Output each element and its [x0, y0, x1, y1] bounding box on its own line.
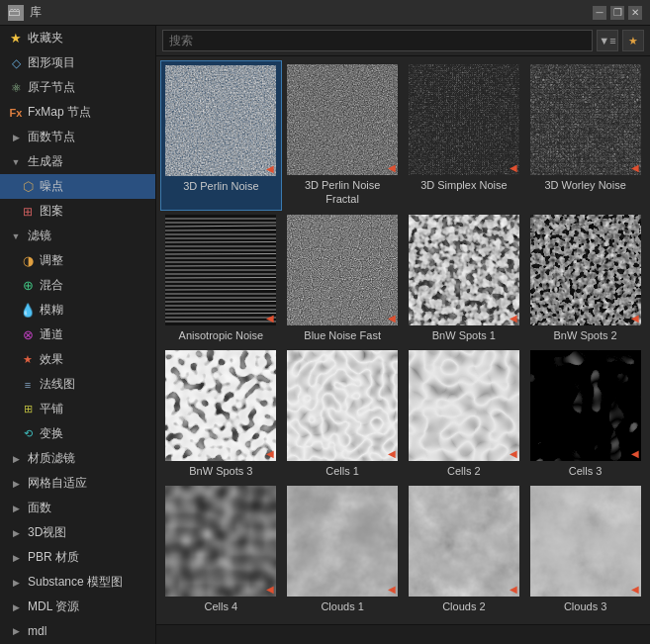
grid-item-bnw-spots-1[interactable]: ◀ BnW Spots 1 — [404, 211, 525, 346]
sidebar-label-filters: 滤镜 — [28, 228, 51, 244]
svg-rect-2 — [287, 64, 398, 175]
sidebar-item-fractal-nodes[interactable]: ▶ 面数节点 — [0, 125, 155, 149]
sidebar-item-effect[interactable]: ★ 效果 — [0, 347, 155, 372]
grid-item-cells-1[interactable]: ◀ Cells 1 — [282, 346, 404, 482]
sidebar-item-pattern[interactable]: ⊞ 图案 — [0, 199, 155, 224]
share-corner-icon-5: ◀ — [266, 313, 274, 323]
sidebar-item-mdl-resource[interactable]: ▶ MDL 资源 — [0, 595, 155, 619]
grid-item-bnw-spots-2[interactable]: ◀ BnW Spots 2 — [524, 211, 646, 346]
sidebar-item-adjust[interactable]: ◑ 调整 — [0, 248, 155, 273]
sidebar-item-mdl[interactable]: ▶ mdl — [0, 619, 155, 643]
close-button[interactable]: ✕ — [628, 6, 642, 20]
effect-icon: ★ — [20, 352, 36, 368]
grid-item-cells-2[interactable]: ◀ Cells 2 — [404, 346, 525, 482]
sidebar-label-generators: 生成器 — [28, 153, 63, 170]
sidebar-item-mesh-adaptive[interactable]: ▶ 网格自适应 — [0, 471, 155, 496]
svg-line-21 — [165, 277, 276, 278]
grid-item-blue-noise-fast[interactable]: ◀ Blue Noise Fast — [282, 211, 404, 346]
grid-item-clouds-2[interactable]: ◀ Clouds 2 — [404, 482, 525, 617]
chevron-right-pbr-icon: ▶ — [8, 550, 24, 566]
sidebar-item-transform[interactable]: ⟲ 变换 — [0, 421, 155, 446]
sidebar-label-fractal-nodes: 面数节点 — [28, 129, 75, 145]
share-corner-icon-2: ◀ — [388, 162, 396, 173]
thumb-cells-4: ◀ — [165, 486, 276, 597]
grid-item-3d-perlin-noise[interactable]: ◀ 3D Perlin Noise — [160, 60, 282, 211]
title-text: 库 — [30, 4, 42, 21]
grid-item-anisotropic-noise[interactable]: ◀ Anisotropic Noise — [160, 211, 282, 346]
filter-button[interactable]: ▼≡ — [597, 30, 618, 51]
sidebar-item-filters[interactable]: ▼ 滤镜 — [0, 224, 155, 248]
sidebar-item-graphic-nodes[interactable]: ◇ 图形项目 — [0, 50, 155, 75]
label-anisotropic-noise: Anisotropic Noise — [179, 328, 264, 342]
grid-item-clouds-1[interactable]: ◀ Clouds 1 — [282, 482, 404, 617]
sidebar-label-favorites: 收藏夹 — [28, 30, 63, 46]
atom-icon: ⚛ — [8, 80, 24, 96]
star-filter-button[interactable]: ★ — [622, 30, 644, 51]
chevron-right-material-icon: ▶ — [8, 451, 24, 467]
sidebar-item-atomic-nodes[interactable]: ⚛ 原子节点 — [0, 75, 155, 100]
share-corner-icon-15: ◀ — [510, 584, 517, 595]
sidebar-label-substance-model: Substance 模型图 — [28, 574, 123, 591]
label-clouds-1: Clouds 1 — [321, 599, 363, 613]
thumb-anisotropic-noise: ◀ — [165, 215, 276, 325]
app-icon: 🗃 — [8, 5, 24, 21]
sidebar-item-generators[interactable]: ▼ 生成器 — [0, 149, 155, 174]
sidebar: ★ 收藏夹 ◇ 图形项目 ⚛ 原子节点 Fx FxMap 节点 ▶ 面数节点 ▼… — [0, 26, 156, 644]
thumb-cells-3: ◀ — [530, 350, 641, 461]
sidebar-label-fxmap-nodes: FxMap 节点 — [28, 104, 91, 121]
svg-line-27 — [165, 301, 276, 302]
sidebar-item-wires[interactable]: ≡ 法线图 — [0, 372, 155, 397]
thumb-3d-perlin-noise: ◀ — [165, 65, 276, 176]
thumb-clouds-1: ◀ — [287, 486, 398, 597]
share-corner-icon-7: ◀ — [510, 313, 517, 323]
sidebar-item-noise[interactable]: ⬡ 噪点 — [0, 174, 155, 199]
grid-item-3d-simplex-noise[interactable]: ◀ 3D Simplex Noise — [404, 60, 525, 211]
share-corner-icon-12: ◀ — [631, 448, 639, 459]
svg-line-24 — [165, 289, 276, 290]
label-blue-noise-fast: Blue Noise Fast — [304, 328, 381, 342]
svg-rect-48 — [287, 486, 398, 597]
thumb-clouds-3: ◀ — [530, 486, 641, 597]
sidebar-item-favorites[interactable]: ★ 收藏夹 — [0, 26, 155, 50]
share-corner-icon-10: ◀ — [388, 448, 396, 459]
svg-line-9 — [165, 230, 276, 230]
search-input[interactable] — [162, 30, 593, 51]
restore-button[interactable]: ❐ — [610, 6, 624, 20]
sidebar-item-math[interactable]: ▶ 面数 — [0, 496, 155, 520]
sidebar-item-3d-view[interactable]: ▶ 3D视图 — [0, 520, 155, 545]
sidebar-item-material-filter[interactable]: ▶ 材质滤镜 — [0, 446, 155, 471]
channel-icon: ⊗ — [20, 327, 36, 343]
filter-icon: ▼≡ — [599, 35, 615, 46]
sidebar-label-adjust: 调整 — [40, 252, 63, 269]
sidebar-item-fxmap-nodes[interactable]: Fx FxMap 节点 — [0, 100, 155, 125]
grid-item-3d-worley-noise[interactable]: ◀ 3D Worley Noise — [524, 60, 646, 211]
share-corner-icon-3: ◀ — [510, 162, 517, 173]
svg-rect-4 — [530, 64, 641, 175]
sidebar-item-blend[interactable]: ⊕ 混合 — [0, 273, 155, 298]
sidebar-item-blur[interactable]: 💧 模糊 — [0, 298, 155, 322]
grid-item-cells-3[interactable]: ◀ Cells 3 — [524, 346, 646, 482]
label-bnw-spots-2: BnW Spots 2 — [554, 328, 617, 342]
label-bnw-spots-1: BnW Spots 1 — [432, 328, 496, 342]
sidebar-label-transform: 变换 — [40, 425, 63, 442]
grid-item-cells-4[interactable]: ◀ Cells 4 — [160, 482, 282, 617]
thumb-3d-worley-noise: ◀ — [530, 64, 641, 175]
sidebar-item-pbr[interactable]: ▶ PBR 材质 — [0, 545, 155, 570]
grid-item-clouds-3[interactable]: ◀ Clouds 3 — [524, 482, 646, 617]
minimize-button[interactable]: ─ — [593, 6, 606, 20]
share-corner-icon-4: ◀ — [631, 162, 639, 173]
sidebar-item-tile[interactable]: ⊞ 平铺 — [0, 397, 155, 421]
sidebar-item-channel[interactable]: ⊗ 通道 — [0, 322, 155, 347]
sidebar-label-blur: 模糊 — [40, 302, 63, 319]
sidebar-label-channel: 通道 — [40, 326, 63, 343]
grid-item-bnw-spots-3[interactable]: ◀ BnW Spots 3 — [160, 346, 282, 482]
sidebar-item-substance-model[interactable]: ▶ Substance 模型图 — [0, 570, 155, 595]
thumb-cells-2: ◀ — [409, 350, 519, 461]
star-icon: ★ — [8, 31, 24, 46]
grid-item-3d-perlin-noise-fractal[interactable]: ◀ 3D Perlin Noise Fractal — [282, 60, 404, 211]
thumb-clouds-2: ◀ — [409, 486, 519, 597]
wires-icon: ≡ — [20, 377, 36, 393]
svg-line-30 — [165, 313, 276, 314]
label-3d-perlin-noise-fractal: 3D Perlin Noise Fractal — [305, 178, 380, 207]
chevron-right-3d-icon: ▶ — [8, 525, 24, 541]
